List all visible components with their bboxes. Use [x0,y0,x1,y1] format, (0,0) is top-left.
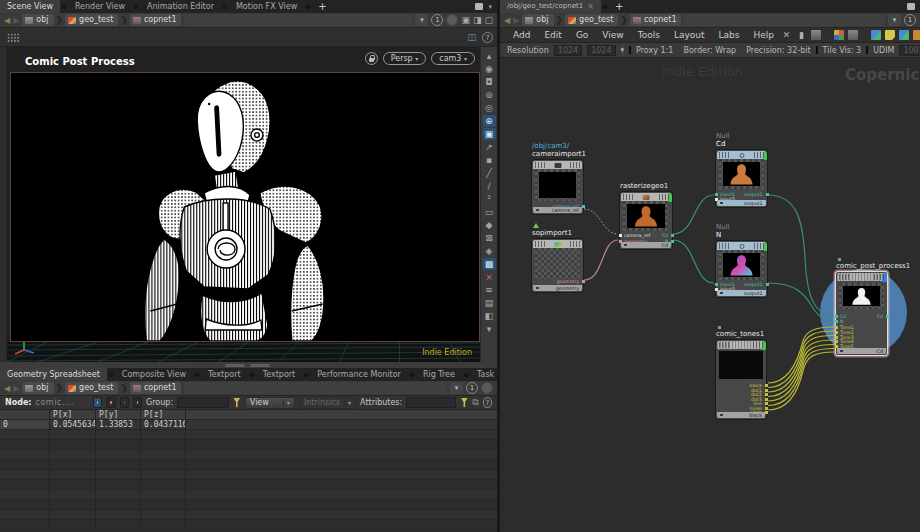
network-canvas[interactable]: Indie Edition Copernicu /obj/cam3/ camer… [500,58,920,532]
back-button[interactable]: ◀ [4,382,10,395]
path-field[interactable] [184,382,447,394]
node-footer[interactable]: Cd [837,348,886,354]
viewport-tool-icon[interactable]: ◈ [483,245,496,257]
display-options-icon[interactable]: ◫ [467,32,476,42]
breadcrumb-obj[interactable]: obj [522,14,553,26]
show-prims-toggle[interactable] [120,397,129,408]
breadcrumb-copnet[interactable]: copnet1 [130,382,182,394]
viewport-tool-icon[interactable]: ◎ [483,102,496,114]
table-row[interactable]: 0 0.0545634 1.33853 0.0437116 [0,420,497,430]
link-icon[interactable] [446,14,458,26]
pane-tab[interactable]: Render View [68,0,132,13]
show-points-toggle[interactable] [93,397,102,408]
precision-label[interactable]: Precision: 32-bit [746,46,810,55]
menu-item[interactable]: Add [506,28,537,43]
panel-icon[interactable] [811,30,821,40]
help-icon[interactable]: ? [482,32,493,43]
menu-item[interactable]: Layout [667,28,712,43]
res-y-field[interactable]: 1024 [587,45,615,56]
pane-layout-icon[interactable] [907,3,915,10]
node-header[interactable] [717,151,766,159]
network-tab[interactable]: /obj/geo_test/copnet1× [500,0,601,13]
resolution-dropdown[interactable]: ▾ [621,44,625,56]
add-tab-button[interactable]: + [312,0,332,13]
menu-item[interactable]: Tools [631,28,667,43]
pane-stow-strip[interactable] [0,47,7,362]
viewport-tool-icon[interactable]: ◘ [483,76,496,88]
viewport-tool-icon[interactable]: ▪ [483,154,496,166]
output-port[interactable]: Cd [620,233,672,238]
group-input[interactable] [177,397,229,408]
output-port[interactable]: output1 [716,192,767,197]
gallery-icon[interactable] [913,30,920,40]
path-field[interactable] [184,14,412,26]
breadcrumb-geo[interactable]: geo_test [65,14,118,26]
node-header[interactable] [621,193,671,201]
persp-selector[interactable]: Persp ▾ [383,52,427,65]
forward-button[interactable]: ▶ [13,382,19,395]
viewport-tool-icon[interactable]: ∕ [483,180,496,192]
input-port[interactable]: N [836,319,887,324]
res-x-field[interactable]: 1024 [554,45,582,56]
pane-tab[interactable]: Rig Tree [416,368,462,381]
pane-tab[interactable]: Performance Monitor [310,368,408,381]
breadcrumb-copnet[interactable]: copnet1 [130,14,182,26]
breadcrumb-obj[interactable]: obj [22,382,53,394]
group-filter-icon[interactable] [233,398,241,408]
pane-layout-icon[interactable] [475,3,483,10]
toolbar-grip-icon[interactable] [7,33,20,42]
camera-selector[interactable]: cam3 ▾ [431,52,475,65]
show-detail-toggle[interactable] [133,397,142,408]
viewport-tool-icon[interactable]: ² [483,193,496,205]
node-cameraimport1[interactable]: /obj/cam3/ cameraimport1 camera_ref came… [531,159,584,215]
viewport-tool-icon[interactable]: ⊠ [483,232,496,244]
pane-tab[interactable]: Animation Editor [140,0,221,13]
node-value[interactable]: comic.... [36,398,74,407]
border-label[interactable]: Border: Wrap [683,46,736,55]
menu-item[interactable]: Help [746,28,781,43]
viewport-tool-icon[interactable]: ╱ [483,167,496,179]
breadcrumb-geo[interactable]: geo_test [565,14,618,26]
viewport-tool-icon[interactable]: ◧ [483,310,496,322]
history-badge[interactable]: 1 [466,382,478,394]
viewport-tool-icon[interactable]: ◆ [483,219,496,231]
node-footer[interactable]: output1 [717,290,766,296]
display-flag[interactable] [762,342,766,350]
node-header[interactable] [837,273,886,281]
node-rasterizegeo1[interactable]: rasterizegeo1 camera_ref geometry Cd N C… [619,191,673,250]
node-comic-tones1[interactable]: comic_tones1 black dot1 dot2 dot3 line n… [715,339,767,420]
node-header[interactable] [717,242,766,250]
viewport-tool-icon[interactable]: ⊚ [483,89,496,101]
viewport-tool-icon[interactable]: × [483,271,496,283]
node-header[interactable] [533,240,582,248]
node-null-cd[interactable]: Null Cd input1 input2 output1 output1 [715,149,768,208]
node-header[interactable] [717,341,765,349]
output-port[interactable]: geometry [532,279,583,284]
history-badge[interactable]: 1 [431,14,443,26]
viewport-tool-icon[interactable]: ▩ [483,258,496,270]
grid-icon[interactable] [848,30,858,40]
output-port[interactable]: Cd [836,314,887,319]
menu-item[interactable]: View [595,28,630,43]
attributes-input[interactable] [406,397,456,408]
background-image-icon[interactable] [899,30,909,40]
pane-tab[interactable]: Geometry Spreadsheet [0,368,107,381]
viewport-tool-icon[interactable]: ▴ [483,50,496,62]
node-sopimport1[interactable]: sopimport1 geometry geometry [531,238,584,293]
pane-menu-icon[interactable]: ▾ [488,3,492,11]
image-icon[interactable] [871,30,881,40]
node-footer[interactable]: geometry [533,285,582,291]
scene-viewport[interactable]: Comic Post Process Persp ▾ cam3 ▾ [0,47,497,362]
close-tab-icon[interactable]: × [587,0,594,13]
pane-tab[interactable]: Textport [201,368,248,381]
back-button[interactable]: ◀ [4,14,10,27]
proxy-checkbox[interactable] [629,46,631,54]
breadcrumb-geo[interactable]: geo_test [65,382,118,394]
pin-icon[interactable]: ▮ [796,30,807,41]
tile-vis-checkbox[interactable] [816,46,818,54]
pane-tab[interactable]: Textport [256,368,303,381]
node-header[interactable] [533,161,582,169]
geometry-spreadsheet[interactable]: P[x] P[y] P[z] 0 0.0545634 1.33853 0.043… [0,410,497,532]
color-palette-icon[interactable] [834,30,844,40]
attributes-filter-icon[interactable] [460,398,468,408]
